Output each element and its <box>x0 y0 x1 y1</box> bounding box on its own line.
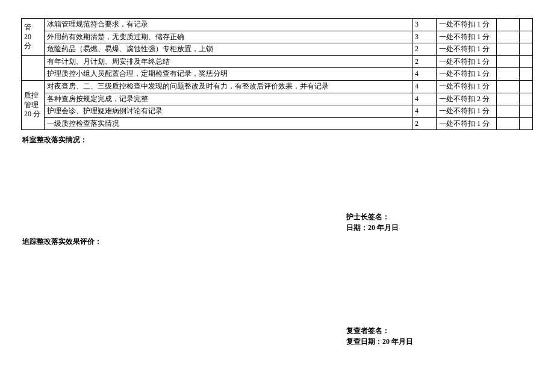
blank-cell <box>497 105 520 118</box>
desc-cell: 对夜查房、二、三级质控检查中发现的问题整改及时有力，有整改后评价效果，并有记录 <box>45 80 412 93</box>
desc-cell: 外用药有效期清楚，无变质过期、储存正确 <box>45 31 412 43</box>
score-cell: 4 <box>412 93 437 105</box>
blank-cell <box>497 31 520 43</box>
desc-cell: 冰箱管理规范符合要求，有记录 <box>45 19 412 31</box>
score-cell: 3 <box>412 31 437 43</box>
blank-cell <box>497 43 520 56</box>
table-row: 各种查房按规定完成，记录完整 4 一处不符扣 2 分 <box>22 93 533 105</box>
deduct-cell: 一处不符扣 1 分 <box>437 43 497 56</box>
blank-cell <box>520 43 533 56</box>
blank-cell <box>520 80 533 93</box>
date-label-2: 复查日期：20 年月日 <box>346 336 533 347</box>
table-row: 一级质控检查落实情况 2 一处不符扣 1 分 <box>22 117 533 130</box>
blank-cell <box>520 68 533 81</box>
blank-cell <box>520 105 533 118</box>
table-row: 危险药品（易燃、易爆、腐蚀性强）专柜放置，上锁 2 一处不符扣 1 分 <box>22 43 533 56</box>
score-cell: 4 <box>412 68 437 81</box>
blank-cell <box>520 31 533 43</box>
tracking-evaluation-label: 追踪整改落实效果评价： <box>22 237 533 247</box>
category-cell-guan: 管 20 分 <box>22 19 45 56</box>
blank-cell <box>520 19 533 31</box>
desc-cell: 护理质控小组人员配置合理，定期检查有记录，奖惩分明 <box>45 68 412 81</box>
table-row: 护理会诊、护理疑难病例讨论有记录 4 一处不符扣 1 分 <box>22 105 533 118</box>
score-cell: 4 <box>412 105 437 118</box>
blank-cell <box>520 55 533 68</box>
deduct-cell: 一处不符扣 2 分 <box>437 93 497 105</box>
blank-cell <box>497 19 520 31</box>
assessment-table: 管 20 分 冰箱管理规范符合要求，有记录 3 一处不符扣 1 分 外用药有效期… <box>21 18 533 130</box>
deduct-cell: 一处不符扣 1 分 <box>437 80 497 93</box>
deduct-cell: 一处不符扣 1 分 <box>437 105 497 118</box>
deduct-cell: 一处不符扣 1 分 <box>437 55 497 68</box>
score-cell: 2 <box>412 43 437 56</box>
reviewer-signature-label: 复查者签名： <box>346 325 533 336</box>
table-row: 护理质控小组人员配置合理，定期检查有记录，奖惩分明 4 一处不符扣 1 分 <box>22 68 533 81</box>
dept-rectification-label: 科室整改落实情况： <box>22 135 533 145</box>
category-cell-qc: 质控 管理 20 分 <box>22 80 45 129</box>
date-label-1: 日期：20 年月日 <box>346 222 533 233</box>
category-cell-empty <box>22 55 45 80</box>
blank-cell <box>497 80 520 93</box>
score-cell: 2 <box>412 117 437 130</box>
blank-cell <box>520 117 533 130</box>
signature-block-2: 复查者签名： 复查日期：20 年月日 <box>21 325 533 347</box>
table-row: 有年计划、月计划、周安排及年终总结 2 一处不符扣 1 分 <box>22 55 533 68</box>
blank-cell <box>497 93 520 105</box>
score-cell: 4 <box>412 80 437 93</box>
desc-cell: 一级质控检查落实情况 <box>45 117 412 130</box>
table-row: 质控 管理 20 分 对夜查房、二、三级质控检查中发现的问题整改及时有力，有整改… <box>22 80 533 93</box>
score-cell: 2 <box>412 55 437 68</box>
deduct-cell: 一处不符扣 1 分 <box>437 31 497 43</box>
table-row: 管 20 分 冰箱管理规范符合要求，有记录 3 一处不符扣 1 分 <box>22 19 533 31</box>
score-cell: 3 <box>412 19 437 31</box>
deduct-cell: 一处不符扣 1 分 <box>437 19 497 31</box>
blank-cell <box>520 93 533 105</box>
desc-cell: 危险药品（易燃、易爆、腐蚀性强）专柜放置，上锁 <box>45 43 412 56</box>
blank-cell <box>497 55 520 68</box>
nurse-signature-label: 护士长签名： <box>346 211 533 222</box>
blank-cell <box>497 117 520 130</box>
desc-cell: 各种查房按规定完成，记录完整 <box>45 93 412 105</box>
deduct-cell: 一处不符扣 1 分 <box>437 117 497 130</box>
desc-cell: 有年计划、月计划、周安排及年终总结 <box>45 55 412 68</box>
signature-block-1: 护士长签名： 日期：20 年月日 <box>21 211 533 233</box>
deduct-cell: 一处不符扣 1 分 <box>437 68 497 81</box>
table-row: 外用药有效期清楚，无变质过期、储存正确 3 一处不符扣 1 分 <box>22 31 533 43</box>
blank-cell <box>497 68 520 81</box>
desc-cell: 护理会诊、护理疑难病例讨论有记录 <box>45 105 412 118</box>
